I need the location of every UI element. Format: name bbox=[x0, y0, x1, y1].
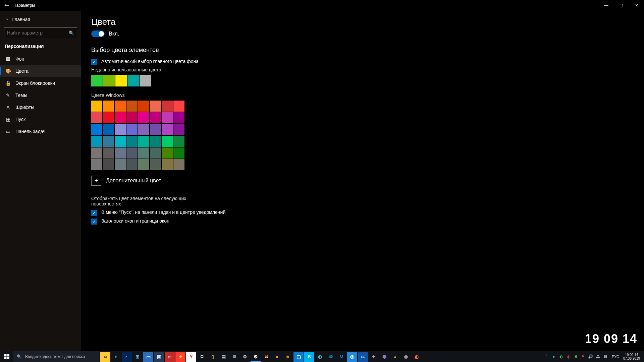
windows-color-0-4[interactable] bbox=[138, 101, 149, 112]
search-box[interactable]: 🔍 bbox=[4, 27, 77, 38]
taskbar-app-aida64[interactable]: 64 bbox=[165, 352, 175, 362]
taskbar-app-app-21[interactable]: ◐ bbox=[315, 352, 325, 362]
back-button[interactable]: 🡠 bbox=[0, 3, 13, 8]
windows-color-4-6[interactable] bbox=[162, 147, 173, 159]
windows-color-5-2[interactable] bbox=[115, 159, 126, 170]
sidebar-item-6[interactable]: ▭Панель задач bbox=[0, 125, 81, 137]
taskbar-app-browser[interactable]: 🌐 bbox=[326, 352, 336, 362]
transparency-toggle[interactable] bbox=[91, 31, 105, 37]
start-button[interactable] bbox=[0, 351, 13, 362]
windows-color-2-2[interactable] bbox=[115, 124, 126, 135]
tray-tray-2[interactable]: ● bbox=[551, 354, 557, 360]
recent-color-3[interactable] bbox=[127, 75, 139, 86]
surface-start-checkbox[interactable]: ✓ bbox=[91, 210, 97, 216]
windows-color-4-7[interactable] bbox=[173, 147, 184, 159]
taskbar-app-app-25[interactable]: SC bbox=[358, 352, 368, 362]
custom-color-button[interactable]: + Дополнительный цвет bbox=[91, 176, 634, 186]
taskbar-app-powershell[interactable]: >_ bbox=[122, 352, 132, 362]
taskbar-app-app-18[interactable]: ☻ bbox=[283, 352, 293, 362]
windows-color-2-5[interactable] bbox=[150, 124, 161, 135]
windows-color-0-1[interactable] bbox=[103, 101, 114, 112]
taskbar-clock[interactable]: 19:09:14 07.06.2019 bbox=[621, 351, 642, 362]
windows-color-3-4[interactable] bbox=[138, 136, 149, 147]
windows-color-4-4[interactable] bbox=[138, 147, 149, 159]
windows-color-1-5[interactable] bbox=[150, 112, 161, 123]
windows-color-2-0[interactable] bbox=[91, 124, 102, 135]
windows-color-3-6[interactable] bbox=[162, 136, 173, 147]
language-indicator[interactable]: РУС bbox=[610, 351, 621, 362]
windows-color-1-1[interactable] bbox=[103, 112, 114, 123]
taskbar-app-app-23[interactable]: M bbox=[336, 352, 346, 362]
windows-color-5-4[interactable] bbox=[138, 159, 149, 170]
taskbar-app-app-19[interactable]: ▢ bbox=[293, 352, 304, 362]
tray-tray-4[interactable]: ◎ bbox=[566, 354, 572, 360]
windows-color-0-3[interactable] bbox=[126, 101, 138, 112]
maximize-button[interactable]: ▢ bbox=[614, 0, 629, 11]
windows-color-2-4[interactable] bbox=[138, 124, 149, 135]
tray-tray-overflow[interactable]: ˄ bbox=[543, 354, 549, 360]
taskbar-app-app-5[interactable]: ▭ bbox=[143, 352, 153, 362]
tray-network[interactable]: 🖧 bbox=[595, 354, 601, 360]
windows-color-2-6[interactable] bbox=[162, 124, 173, 135]
taskbar-app-store[interactable]: ⊞ bbox=[132, 352, 143, 362]
windows-color-1-7[interactable] bbox=[173, 112, 184, 123]
windows-color-5-6[interactable] bbox=[162, 159, 173, 170]
windows-color-5-5[interactable] bbox=[150, 159, 161, 170]
windows-color-5-0[interactable] bbox=[91, 159, 102, 170]
taskbar-app-app-8[interactable]: ⚡ bbox=[175, 352, 185, 362]
windows-color-3-2[interactable] bbox=[115, 136, 126, 147]
windows-color-1-6[interactable] bbox=[162, 112, 173, 123]
home-button[interactable]: ⌂ Главная bbox=[0, 13, 81, 25]
windows-color-3-5[interactable] bbox=[150, 136, 161, 147]
windows-color-3-3[interactable] bbox=[126, 136, 138, 147]
search-input[interactable] bbox=[7, 30, 69, 36]
tray-tray-9[interactable]: 🖥 bbox=[602, 354, 608, 360]
recent-color-0[interactable] bbox=[91, 75, 103, 86]
windows-color-5-7[interactable] bbox=[173, 159, 184, 170]
sidebar-item-3[interactable]: ✎Темы bbox=[0, 89, 81, 101]
taskbar-app-firefox[interactable]: 🦊 bbox=[261, 352, 271, 362]
tray-tray-3[interactable]: ◐ bbox=[558, 354, 564, 360]
tray-volume[interactable]: 🔊 bbox=[588, 354, 594, 360]
taskbar-app-app-27[interactable]: ⬢ bbox=[379, 352, 389, 362]
taskbar-app-app-17[interactable]: ● bbox=[272, 352, 282, 362]
taskbar-search[interactable]: 🔍 Введите здесь текст для поиска bbox=[13, 351, 99, 362]
taskbar-app-photos[interactable]: 🖼 bbox=[229, 352, 239, 362]
sidebar-item-0[interactable]: 🖼Фон bbox=[0, 53, 81, 65]
windows-color-4-3[interactable] bbox=[126, 147, 138, 159]
taskbar-app-app-6[interactable]: ▣ bbox=[154, 352, 164, 362]
tray-tray-6[interactable]: ⚑ bbox=[580, 354, 586, 360]
taskbar-app-app-29[interactable]: ◉ bbox=[401, 352, 411, 362]
windows-color-0-5[interactable] bbox=[150, 101, 161, 112]
taskbar-app-app-12[interactable]: ▤ bbox=[218, 352, 228, 362]
windows-color-3-0[interactable] bbox=[91, 136, 102, 147]
windows-color-0-7[interactable] bbox=[173, 101, 184, 112]
sidebar-item-1[interactable]: 🎨Цвета bbox=[0, 65, 81, 77]
show-desktop-button[interactable] bbox=[642, 351, 644, 362]
windows-color-4-1[interactable] bbox=[103, 147, 114, 159]
windows-color-0-0[interactable] bbox=[91, 101, 102, 112]
taskbar-app-app-28[interactable]: ▲ bbox=[390, 352, 400, 362]
windows-color-1-4[interactable] bbox=[138, 112, 149, 123]
tray-tray-5[interactable]: ✖ bbox=[573, 354, 579, 360]
windows-color-1-0[interactable] bbox=[91, 112, 102, 123]
windows-color-3-7[interactable] bbox=[173, 136, 184, 147]
windows-color-2-7[interactable] bbox=[173, 124, 184, 135]
windows-color-2-1[interactable] bbox=[103, 124, 114, 135]
surface-title-checkbox[interactable]: ✓ bbox=[91, 219, 97, 225]
taskbar-app-app-11[interactable]: ▯ bbox=[208, 352, 218, 362]
taskbar-app-app-26[interactable]: ✦ bbox=[369, 352, 379, 362]
auto-pick-checkbox[interactable]: ✓ bbox=[91, 59, 97, 65]
taskbar-app-edge[interactable]: e bbox=[111, 352, 121, 362]
taskbar-app-settings[interactable]: ⚙ bbox=[251, 352, 261, 362]
taskbar-app-explorer[interactable]: 🗂 bbox=[100, 352, 110, 362]
windows-color-0-6[interactable] bbox=[162, 101, 173, 112]
recent-color-4[interactable] bbox=[140, 75, 151, 86]
taskbar-app-skype[interactable]: S bbox=[304, 352, 314, 362]
sidebar-item-4[interactable]: AШрифты bbox=[0, 101, 81, 113]
windows-color-4-2[interactable] bbox=[115, 147, 126, 159]
windows-color-5-1[interactable] bbox=[103, 159, 114, 170]
windows-color-1-3[interactable] bbox=[126, 112, 138, 123]
windows-color-5-3[interactable] bbox=[126, 159, 138, 170]
taskbar-app-app-24[interactable]: ◎ bbox=[347, 352, 357, 362]
